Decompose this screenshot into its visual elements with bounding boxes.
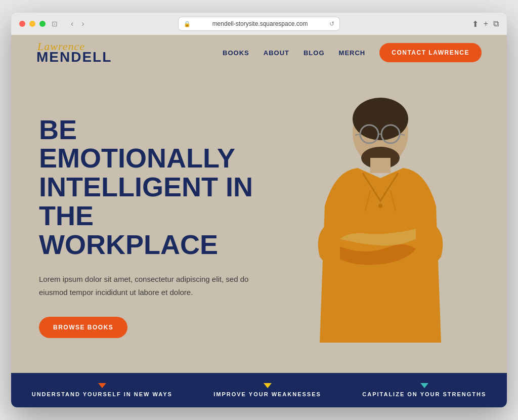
browse-books-button[interactable]: BROWSE BOOKS (39, 317, 127, 338)
hero-headline: BE EMOTIONALLY INTELLIGENT IN THE WORKPL… (39, 115, 256, 259)
logo: Lawrence MENDELL (36, 41, 112, 64)
website: Lawrence MENDELL BOOKS ABOUT BLOG MERCH … (11, 35, 507, 407)
banner-label-2: IMPROVE YOUR WEAKNESSES (213, 391, 321, 397)
reload-icon[interactable]: ↺ (329, 20, 334, 27)
close-button[interactable] (19, 21, 25, 27)
hero-person-image (284, 90, 477, 343)
hero-content: BE EMOTIONALLY INTELLIGENT IN THE WORKPL… (11, 70, 284, 373)
forward-button[interactable]: › (78, 18, 87, 29)
hero-section: BE EMOTIONALLY INTELLIGENT IN THE WORKPL… (11, 70, 507, 373)
contact-button[interactable]: CONTACT LAWRENCE (379, 43, 482, 62)
bottom-banner: UNDERSTAND YOURSELF IN NEW WAYS IMPROVE … (11, 373, 507, 407)
svg-point-7 (365, 131, 373, 137)
hero-subtext: Lorem ipsum dolor sit amet, consectetur … (39, 273, 251, 299)
lock-icon: 🔒 (184, 21, 191, 27)
titlebar-nav: ‹ › (68, 18, 88, 29)
address-text: mendell-storysite.squarespace.com (194, 20, 326, 27)
titlebar-left: ⊡ ‹ › (19, 18, 88, 29)
new-tab-button[interactable]: + (484, 19, 488, 28)
back-button[interactable]: ‹ (68, 18, 76, 29)
svg-point-8 (386, 131, 395, 137)
svg-rect-10 (370, 158, 391, 173)
logo-main: MENDELL (36, 50, 112, 64)
banner-arrow-1 (98, 383, 106, 388)
nav-books[interactable]: BOOKS (223, 49, 249, 57)
minimize-button[interactable] (29, 21, 35, 27)
nav-blog[interactable]: BLOG (304, 49, 325, 57)
banner-item-1: UNDERSTAND YOURSELF IN NEW WAYS (32, 383, 172, 397)
titlebar-right: ⬆ + ⧉ (472, 19, 499, 29)
banner-label-3: CAPITALIZE ON YOUR STRENGTHS (362, 391, 486, 397)
traffic-lights (19, 21, 46, 27)
address-bar-container: 🔒 mendell-storysite.squarespace.com ↺ (178, 17, 340, 31)
banner-label-1: UNDERSTAND YOURSELF IN NEW WAYS (32, 391, 172, 397)
site-nav: BOOKS ABOUT BLOG MERCH CONTACT LAWRENCE (223, 43, 482, 62)
window-icon[interactable]: ⊡ (52, 20, 58, 28)
svg-point-11 (378, 204, 382, 208)
banner-item-3: CAPITALIZE ON YOUR STRENGTHS (362, 383, 486, 397)
copy-window-button[interactable]: ⧉ (493, 19, 499, 28)
mac-window: ⊡ ‹ › 🔒 mendell-storysite.squarespace.co… (11, 13, 507, 407)
banner-item-2: IMPROVE YOUR WEAKNESSES (213, 383, 321, 397)
nav-about[interactable]: ABOUT (264, 49, 289, 57)
nav-merch[interactable]: MERCH (339, 49, 366, 57)
site-header: Lawrence MENDELL BOOKS ABOUT BLOG MERCH … (11, 35, 507, 70)
address-bar[interactable]: 🔒 mendell-storysite.squarespace.com ↺ (178, 17, 340, 31)
share-button[interactable]: ⬆ (472, 19, 479, 29)
titlebar: ⊡ ‹ › 🔒 mendell-storysite.squarespace.co… (11, 13, 507, 35)
maximize-button[interactable] (39, 21, 46, 27)
banner-arrow-3 (420, 383, 428, 388)
banner-arrow-2 (264, 383, 272, 388)
